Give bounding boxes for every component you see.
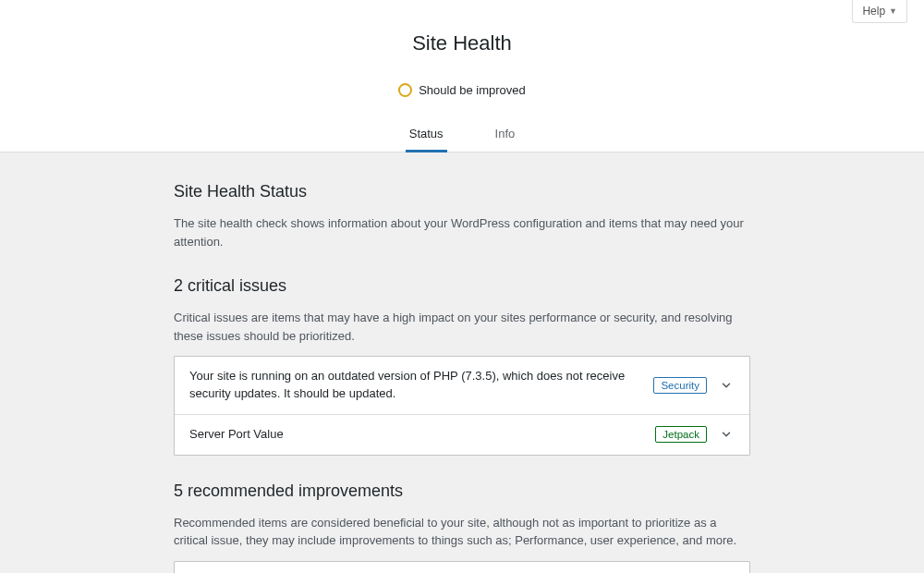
chevron-down-icon: ▼ xyxy=(889,6,897,16)
section-recommended: 5 recommended improvements Recommended i… xyxy=(174,482,750,573)
page-title: Site Health xyxy=(0,0,924,55)
status-indicator: Should be improved xyxy=(0,83,924,97)
overview-title: Site Health Status xyxy=(174,182,750,201)
help-tab[interactable]: Help ▼ xyxy=(852,0,907,23)
recommended-issue-list: You should remove inactive pluginsSecuri… xyxy=(174,561,750,573)
status-circle-icon xyxy=(398,83,412,97)
issue-badge: Security xyxy=(653,377,707,394)
issue-item[interactable]: You should remove inactive pluginsSecuri… xyxy=(175,562,749,573)
issue-badge: Jetpack xyxy=(655,426,707,443)
issue-title: Your site is running on an outdated vers… xyxy=(189,368,642,403)
help-label: Help xyxy=(862,5,885,18)
critical-title: 2 critical issues xyxy=(174,276,750,296)
chevron-down-icon xyxy=(718,377,735,394)
issue-title: Server Port Value xyxy=(189,426,644,444)
critical-issue-list: Your site is running on an outdated vers… xyxy=(174,356,750,456)
chevron-down-icon xyxy=(718,426,735,443)
recommended-title: 5 recommended improvements xyxy=(174,482,750,501)
issue-item[interactable]: Your site is running on an outdated vers… xyxy=(175,357,749,414)
tab-bar: Status Info xyxy=(0,119,924,152)
recommended-desc: Recommended items are considered benefic… xyxy=(174,514,750,550)
tab-status[interactable]: Status xyxy=(406,119,447,152)
section-critical: 2 critical issues Critical issues are it… xyxy=(174,276,750,456)
status-text: Should be improved xyxy=(419,83,526,97)
issue-item[interactable]: Server Port ValueJetpack xyxy=(175,414,749,455)
section-overview: Site Health Status The site health check… xyxy=(174,182,750,250)
critical-desc: Critical issues are items that may have … xyxy=(174,309,750,345)
overview-desc: The site health check shows information … xyxy=(174,214,750,250)
tab-info[interactable]: Info xyxy=(492,119,519,152)
